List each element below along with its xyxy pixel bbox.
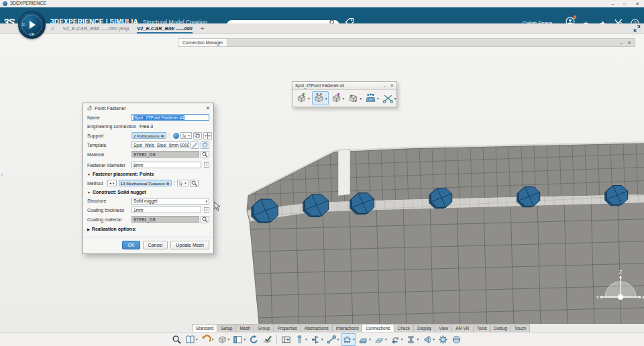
validate-button[interactable]	[261, 333, 274, 346]
chevron-down-icon[interactable]: ▾	[228, 337, 230, 341]
undo-button[interactable]: ▾	[200, 333, 215, 346]
fastener-palette-close-button[interactable]: ✕	[390, 83, 394, 89]
3d-viewport[interactable]: ›	[0, 34, 644, 332]
cube-dots-button[interactable]: ▾	[346, 91, 363, 105]
dialog-titlebar[interactable]: Point Fastener ✕	[83, 103, 213, 113]
table-dots-button[interactable]: ▾	[364, 91, 380, 105]
3dcompass-widget[interactable]: 3D V.R	[18, 11, 46, 39]
chevron-down-icon[interactable]: ▾	[212, 337, 214, 341]
chip-close-icon[interactable]: ⊗	[166, 181, 170, 186]
cancel-button[interactable]: Cancel	[143, 241, 168, 249]
ribbon-tab-standard[interactable]: Standard	[192, 324, 217, 332]
ribbon-tab-properties[interactable]: Properties	[273, 324, 301, 332]
window-close-button[interactable]: ✕	[635, 1, 639, 6]
point-link-button[interactable]: ▾	[325, 333, 341, 346]
update-mesh-button[interactable]: Update Mesh	[170, 241, 209, 249]
method-selection-combo[interactable]: ▾	[177, 180, 189, 186]
structure-select[interactable]: Solid nugget ▾	[131, 198, 209, 205]
template-catalog-button[interactable]	[201, 141, 209, 149]
connection-manager-close-button[interactable]: ✕	[627, 40, 631, 46]
support-selection-combo[interactable]: ▾	[180, 132, 192, 139]
ibeam-button[interactable]: ▾	[405, 333, 420, 346]
tab-background-document[interactable]: V2_E-CAR_BiW ----.000 (Exp	[62, 23, 129, 34]
swap-fastener-button[interactable]: ▾	[389, 333, 405, 346]
construct-section-header[interactable]: ▼ Construct: Solid nugget	[83, 188, 213, 196]
ribbon-tab-tools[interactable]: Tools	[473, 324, 491, 332]
chevron-down-icon[interactable]: ▾	[401, 337, 403, 341]
catalog-button[interactable]: ▾	[184, 333, 199, 346]
tab-active-document[interactable]: V2_E-CAR_BiW ----.000	[137, 23, 193, 34]
chevron-down-icon[interactable]: ▾	[360, 97, 362, 101]
material-field[interactable]: STEEL_DS	[131, 151, 199, 158]
point-fastener-button[interactable]: ▾	[341, 333, 356, 346]
reframe-support-button[interactable]	[203, 132, 212, 139]
ribbon-tab-ar-vr[interactable]: AR-VR	[451, 324, 473, 332]
sphere-button[interactable]	[450, 333, 463, 346]
chevron-down-icon[interactable]: ▾	[343, 97, 345, 101]
ribbon-tab-group[interactable]: Group	[254, 324, 274, 332]
coating-thickness-field[interactable]: 1mm	[131, 207, 201, 213]
window-minimize-button[interactable]: –	[612, 1, 614, 6]
chevron-down-icon[interactable]: ▾	[377, 97, 379, 101]
placement-section-header[interactable]: ▼ Fastener placement: Points	[83, 170, 213, 178]
fastener-diameter-field[interactable]: 8mm	[131, 162, 201, 168]
ok-button[interactable]: OK	[122, 241, 140, 249]
frame-button[interactable]	[280, 333, 292, 346]
scissors-button[interactable]: ▾	[381, 91, 398, 105]
left-panel-expander[interactable]: ›	[1, 172, 3, 178]
material-search-button[interactable]	[201, 151, 209, 158]
ribbon-tab-display[interactable]: Display	[413, 324, 435, 332]
expand-view-icon[interactable]	[633, 25, 641, 32]
chevron-down-icon[interactable]: ▾	[337, 337, 339, 341]
cone-button[interactable]: ▾	[421, 333, 436, 346]
chevron-down-icon[interactable]: ▾	[385, 337, 387, 341]
zoom-button[interactable]	[170, 333, 183, 346]
chevron-down-icon[interactable]: ▾	[353, 337, 355, 341]
seam-fastener-button[interactable]: ▾	[357, 333, 372, 346]
mesh-model[interactable]: Z Y X	[240, 141, 644, 324]
template-field[interactable]: Spot_Weld_Steel_5mm-00000158	[131, 141, 189, 148]
chevron-down-icon[interactable]: ▾	[308, 97, 310, 101]
ribbon-tab-abstractions[interactable]: Abstractions	[301, 324, 333, 332]
method-menu-icon[interactable]: ⋮	[172, 180, 177, 186]
fastener-palette-minimize-button[interactable]: –	[384, 83, 386, 88]
formula-toggle-icon[interactable]	[204, 162, 209, 168]
cube-pin-purple-button[interactable]: ▾	[329, 91, 346, 105]
ribbon-tab-mesh[interactable]: Mesh	[235, 324, 254, 332]
method-type-combo[interactable]: ● ▾	[107, 180, 117, 186]
chevron-down-icon[interactable]: ▾	[325, 97, 327, 101]
method-chip[interactable]: 13 Mechanical Features ⊗	[119, 180, 172, 186]
chevron-down-icon[interactable]: ▾	[244, 337, 246, 341]
manager-button[interactable]: ▾	[309, 333, 325, 346]
home-icon[interactable]: ⌂	[51, 25, 54, 32]
formula-toggle-icon[interactable]	[204, 207, 209, 213]
ribbon-tab-check[interactable]: Check	[394, 324, 414, 332]
window-maximize-button[interactable]: □	[624, 2, 627, 6]
name-field[interactable]: Spot_2TPoint Fastener.44	[131, 114, 209, 121]
refresh-button[interactable]	[248, 333, 260, 346]
chevron-down-icon[interactable]: ▾	[394, 97, 396, 101]
cube-pin-green-button[interactable]: ▾	[294, 91, 311, 105]
ribbon-tab-touch[interactable]: Touch	[511, 324, 530, 332]
chip-close-icon[interactable]: ⊗	[161, 133, 164, 138]
coating-material-field[interactable]: STEEL_DS	[131, 216, 199, 223]
chevron-down-icon[interactable]: ▾	[196, 337, 198, 341]
ribbon-tab-interactions[interactable]: Interactions	[332, 324, 363, 332]
copy-support-button[interactable]	[193, 132, 202, 139]
chevron-down-icon[interactable]: ▾	[417, 337, 419, 341]
support-chip[interactable]: 2 Publications ⊗	[131, 132, 166, 139]
bolt-button[interactable]: ▾	[293, 333, 309, 346]
chevron-down-icon[interactable]: ▾	[321, 337, 323, 341]
ribbon-tab-debug[interactable]: Debug	[490, 324, 511, 332]
dialog-close-icon[interactable]: ✕	[206, 105, 210, 111]
gear-button[interactable]	[437, 333, 449, 346]
solid-button[interactable]: ▾	[216, 333, 231, 346]
edit-template-button[interactable]	[191, 141, 199, 149]
chevron-down-icon[interactable]: ▾	[433, 337, 435, 341]
surface-fastener-button[interactable]: ▾	[373, 333, 388, 346]
method-search-button[interactable]	[190, 180, 199, 187]
new-tab-button[interactable]: +	[201, 25, 205, 32]
table-button[interactable]: ▾	[231, 333, 247, 346]
ribbon-tab-view[interactable]: View	[435, 324, 452, 332]
realization-section-header[interactable]: ▶ Realization options:	[83, 224, 213, 234]
